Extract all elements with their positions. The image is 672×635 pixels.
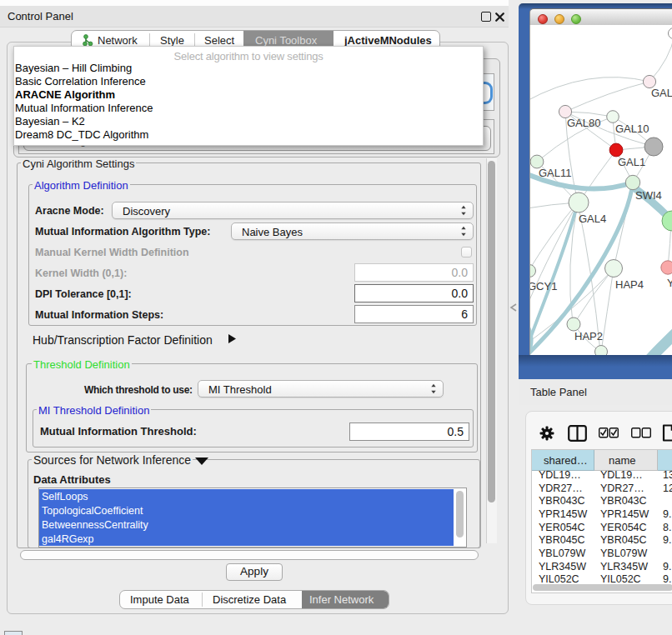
svg-text:GAL4: GAL4 (579, 212, 606, 225)
svg-text:Y: Y (667, 277, 672, 289)
svg-text:GAL11: GAL11 (539, 167, 572, 179)
svg-text:GAL10: GAL10 (615, 122, 649, 135)
svg-text:HAP2: HAP2 (574, 330, 603, 342)
svg-text:HAP4: HAP4 (615, 278, 644, 291)
svg-text:GAL80: GAL80 (567, 117, 600, 129)
svg-text:SWI4: SWI4 (635, 189, 662, 202)
svg-text:GAL: GAL (651, 87, 672, 99)
svg-text:GAL1: GAL1 (618, 156, 645, 168)
svg-text:GCY1: GCY1 (530, 280, 557, 292)
